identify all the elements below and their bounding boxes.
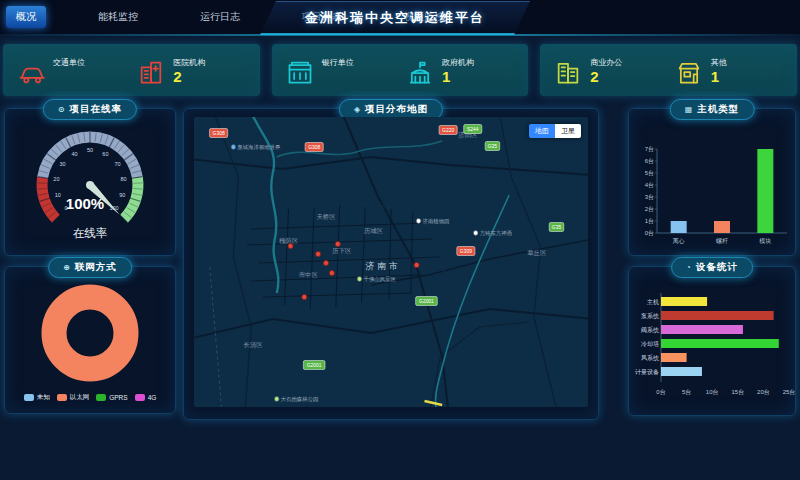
svg-text:螺杆: 螺杆 xyxy=(716,237,728,244)
map-poi-marker[interactable] xyxy=(473,231,478,236)
network-donut-chart xyxy=(7,279,173,391)
svg-text:6台: 6台 xyxy=(645,158,654,165)
svg-text:90: 90 xyxy=(119,192,125,198)
svg-text:1台: 1台 xyxy=(645,218,654,225)
panel-online-rate: ⊙ 项目在线率 0102030405060708090100100%在线率 xyxy=(4,108,176,256)
map-project-dot[interactable] xyxy=(329,270,334,275)
panel-host-type: ▦ 主机类型 0台1台2台3台4台5台6台7台离心螺杆模块 xyxy=(628,108,796,256)
svg-text:风系统: 风系统 xyxy=(641,354,660,362)
online-rate-gauge: 0102030405060708090100100%在线率 xyxy=(7,121,173,253)
map-district-label: 历城区 xyxy=(364,227,384,235)
svg-text:泵系统: 泵系统 xyxy=(641,312,660,320)
map-road-badge-label: G309 xyxy=(460,249,472,254)
panel-network-title: 联网方式 xyxy=(75,261,117,274)
nav-tab-2[interactable]: 运行日志 xyxy=(190,6,250,28)
svg-text:离心: 离心 xyxy=(673,237,685,244)
map-poi-marker[interactable] xyxy=(274,397,279,402)
panel-device-stats-title: 设备统计 xyxy=(696,261,738,274)
stat-label: 其他 xyxy=(711,57,727,68)
legend-item-GPRS[interactable]: GPRS xyxy=(96,394,127,401)
svg-text:60: 60 xyxy=(102,151,108,157)
map-project-dot[interactable] xyxy=(335,241,340,246)
legend-label: 4G xyxy=(148,394,157,401)
legend-label: 未知 xyxy=(37,393,50,402)
nav-tab-1[interactable]: 能耗监控 xyxy=(88,6,148,28)
map-poi-label: 方特东方神画 xyxy=(480,230,513,237)
svg-text:在线率: 在线率 xyxy=(73,227,108,239)
office-icon xyxy=(554,58,582,86)
svg-text:10: 10 xyxy=(55,192,61,198)
car-icon xyxy=(17,58,45,86)
legend-item-以太网[interactable]: 以太网 xyxy=(57,393,90,402)
stat-value: 1 xyxy=(711,68,727,85)
legend-swatch xyxy=(24,394,34,401)
stat-item[interactable]: 银行单位 xyxy=(286,55,394,86)
stat-card-2: 商业办公2其他1 xyxy=(540,44,797,96)
svg-text:4台: 4台 xyxy=(645,182,654,189)
svg-text:20: 20 xyxy=(53,176,59,182)
map-district-label: 历下区 xyxy=(332,247,352,255)
map-poi-marker[interactable] xyxy=(357,277,362,282)
project-map[interactable]: 天桥区历城区槐荫区历下区市中区章丘区济阳区长清区济南市泉城海洋极地世界济南植物园… xyxy=(194,117,588,407)
svg-text:7台: 7台 xyxy=(645,146,654,153)
panel-device-stats-header: ◔ 设备统计 xyxy=(671,257,753,278)
map-project-dot[interactable] xyxy=(288,243,293,248)
stat-label: 交通单位 xyxy=(53,57,85,68)
map-project-dot[interactable] xyxy=(302,294,307,299)
map-city-label: 济南市 xyxy=(365,261,400,271)
stat-item[interactable]: 商业办公2 xyxy=(554,55,662,86)
stat-label: 银行单位 xyxy=(322,57,354,68)
stat-value: 2 xyxy=(590,68,622,85)
map-district-label: 天桥区 xyxy=(316,213,336,220)
network-chart-body: 未知以太网GPRS4G xyxy=(7,279,173,411)
svg-text:10台: 10台 xyxy=(706,389,719,396)
stat-item[interactable]: 其他1 xyxy=(675,55,783,86)
svg-text:2台: 2台 xyxy=(645,206,654,213)
map-type-satellite-button[interactable]: 卫星 xyxy=(555,124,581,138)
globe-icon: ⊕ xyxy=(63,263,71,272)
panel-online-rate-title: 项目在线率 xyxy=(70,103,123,116)
svg-text:100%: 100% xyxy=(66,195,104,212)
svg-text:20台: 20台 xyxy=(757,389,770,396)
map-poi-label: 大石崮森林公园 xyxy=(281,396,319,403)
legend-item-4G[interactable]: 4G xyxy=(135,394,157,401)
stat-label: 医院机构 xyxy=(173,57,205,68)
svg-text:冷却塔: 冷却塔 xyxy=(641,341,659,348)
map-poi-marker[interactable] xyxy=(416,219,421,224)
panel-host-type-title: 主机类型 xyxy=(697,103,739,116)
compass-icon: ◔ xyxy=(686,263,692,272)
map-canvas[interactable]: 地图卫星 xyxy=(194,117,588,407)
app-title-box: 金洲科瑞中央空调运维平台 xyxy=(260,1,530,35)
panel-network-header: ⊕ 联网方式 xyxy=(48,257,132,278)
svg-text:80: 80 xyxy=(121,176,127,182)
link-icon: ⊙ xyxy=(58,105,66,114)
top-navbar: 概况能耗监控运行日志项目列表视频监控 金洲科瑞中央空调运维平台 xyxy=(0,0,800,34)
panel-network: ⊕ 联网方式 未知以太网GPRS4G xyxy=(4,266,176,414)
map-road-badge-label: G308 xyxy=(308,145,320,150)
map-poi-marker[interactable] xyxy=(231,145,236,150)
bank-icon xyxy=(286,58,314,86)
map-type-map-button[interactable]: 地图 xyxy=(529,124,555,138)
svg-text:70: 70 xyxy=(114,161,120,167)
nav-tab-0[interactable]: 概况 xyxy=(6,6,46,28)
map-road-badge-label: G220 xyxy=(442,128,454,133)
map-project-dot[interactable] xyxy=(414,262,419,267)
map-district-label: 长清区 xyxy=(244,341,264,349)
stat-label: 政府机构 xyxy=(442,57,474,68)
map-road-badge-label: G35 xyxy=(488,144,498,149)
map-project-dot[interactable] xyxy=(316,251,321,256)
map-poi-label: 千佛山风景区 xyxy=(363,276,396,282)
app-title: 金洲科瑞中央空调运维平台 xyxy=(305,9,485,27)
svg-text:0台: 0台 xyxy=(656,389,665,396)
panel-online-rate-header: ⊙ 项目在线率 xyxy=(43,99,137,120)
legend-item-未知[interactable]: 未知 xyxy=(24,393,50,402)
nav-glow-line xyxy=(0,34,800,36)
svg-text:0台: 0台 xyxy=(645,230,654,237)
map-project-dot[interactable] xyxy=(323,260,328,265)
shop-icon xyxy=(675,58,703,86)
panel-device-stats: ◔ 设备统计 主机泵系统阀系统冷却塔风系统计量设备0台5台10台15台20台25… xyxy=(628,266,796,416)
stat-item[interactable]: 交通单位 xyxy=(17,55,125,86)
stat-item[interactable]: 政府机构1 xyxy=(406,55,514,86)
hospital-icon xyxy=(137,58,165,86)
stat-item[interactable]: 医院机构2 xyxy=(137,55,245,86)
